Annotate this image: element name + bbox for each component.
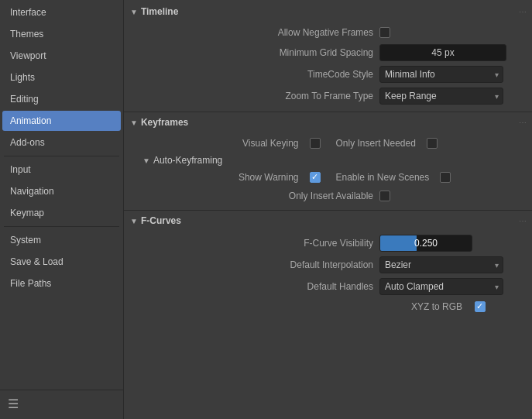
prop-row-default-interpolation: Default Interpolation Bezier Linear Cons… <box>124 254 532 276</box>
subsection-auto-keyframing[interactable]: ▼ Auto-Keyframing <box>124 153 532 168</box>
section-body-keyframes: Visual Keying Only Insert Needed ▼ Auto-… <box>124 131 532 208</box>
sidebar-separator-2 <box>4 226 119 227</box>
handles-dropdown[interactable]: Auto Clamped Auto Vector Aligned Free <box>379 278 503 295</box>
fcurve-visibility-value: 0.250 <box>414 238 438 249</box>
section-body-timeline: Allow Negative Frames Minimum Grid Spaci… <box>124 20 532 110</box>
section-header-timeline[interactable]: ▼ Timeline ⋯ <box>124 3 532 20</box>
zoom-frame-dropdown[interactable]: Keep Range Fit Fit Visible <box>379 88 503 105</box>
section-header-keyframes[interactable]: ▼ Keyframes ⋯ <box>124 114 532 131</box>
only-insert-needed-label: Only Insert Needed <box>336 138 422 149</box>
divider-2 <box>124 210 532 211</box>
timecode-dropdown-wrapper: Minimal Info SMPTE (Full) SMPTE (Compact… <box>379 66 503 83</box>
menu-icon[interactable]: ☰ <box>8 397 19 410</box>
visual-keying-checkbox[interactable] <box>310 138 321 149</box>
sidebar-item-keymap[interactable]: Keymap <box>2 203 121 223</box>
only-insert-available-label: Only Insert Available <box>132 191 379 201</box>
timecode-label: TimeCode Style <box>132 69 379 80</box>
main-content: ▼ Timeline ⋯ Allow Negative Frames Minim… <box>124 0 532 419</box>
sidebar-item-lights[interactable]: Lights <box>2 67 121 88</box>
section-options-fcurves[interactable]: ⋯ <box>519 217 526 225</box>
prop-row-only-insert-available: Only Insert Available <box>124 187 532 205</box>
zoom-frame-dropdown-wrapper: Keep Range Fit Fit Visible <box>379 88 503 105</box>
sidebar-item-themes[interactable]: Themes <box>2 24 121 44</box>
prop-row-xyz-rgb: XYZ to RGB <box>124 297 532 316</box>
handles-dropdown-wrapper: Auto Clamped Auto Vector Aligned Free <box>379 278 503 295</box>
sidebar-item-save-load[interactable]: Save & Load <box>2 252 121 272</box>
enable-new-scenes-checkbox[interactable] <box>440 172 451 183</box>
prop-row-grid-spacing: Minimum Grid Spacing <box>124 42 532 64</box>
section-options-keyframes[interactable]: ⋯ <box>519 118 526 127</box>
sidebar-item-input[interactable]: Input <box>2 160 121 180</box>
section-fcurves: ▼ F-Curves ⋯ F-Curve Visibility 0.250 <box>124 212 532 319</box>
show-warning-checkbox[interactable] <box>310 172 321 183</box>
section-label-fcurves: F-Curves <box>141 215 181 226</box>
sidebar-footer: ☰ <box>0 390 123 417</box>
prop-row-allow-negative: Allow Negative Frames <box>124 23 532 42</box>
allow-negative-label: Allow Negative Frames <box>132 27 379 38</box>
section-label-keyframes: Keyframes <box>141 117 188 128</box>
xyz-rgb-checkbox[interactable] <box>475 301 486 312</box>
sidebar-item-viewport[interactable]: Viewport <box>2 46 121 66</box>
sidebar: Interface Themes Viewport Lights Editing… <box>0 0 124 419</box>
xyz-rgb-label: XYZ to RGB <box>411 301 469 312</box>
prop-row-timecode: TimeCode Style Minimal Info SMPTE (Full)… <box>124 64 532 85</box>
sidebar-item-navigation[interactable]: Navigation <box>2 181 121 201</box>
fcurve-visibility-label: F-Curve Visibility <box>132 238 379 249</box>
sidebar-item-file-paths[interactable]: File Paths <box>2 273 121 294</box>
only-insert-available-checkbox[interactable] <box>379 191 390 201</box>
prop-row-default-handles: Default Handles Auto Clamped Auto Vector… <box>124 276 532 297</box>
sidebar-item-system[interactable]: System <box>2 230 121 250</box>
triangle-icon-timeline: ▼ <box>130 8 138 16</box>
triangle-icon-keyframes: ▼ <box>130 118 138 127</box>
section-body-fcurves: F-Curve Visibility 0.250 Default Interpo… <box>124 229 532 319</box>
sidebar-item-interface[interactable]: Interface <box>2 2 121 22</box>
timecode-dropdown[interactable]: Minimal Info SMPTE (Full) SMPTE (Compact… <box>379 66 503 83</box>
grid-spacing-input[interactable] <box>379 44 506 61</box>
section-options-timeline[interactable]: ⋯ <box>519 8 526 16</box>
triangle-icon-auto-keyframing: ▼ <box>142 156 150 165</box>
prop-row-show-warning: Show Warning Enable in New Scenes <box>124 168 532 187</box>
sidebar-item-editing[interactable]: Editing <box>2 89 121 109</box>
default-interpolation-label: Default Interpolation <box>132 259 379 270</box>
sidebar-item-addons[interactable]: Add-ons <box>2 132 121 153</box>
sidebar-item-animation[interactable]: Animation <box>2 111 121 131</box>
zoom-frame-label: Zoom To Frame Type <box>132 91 379 101</box>
auto-keyframing-label: Auto-Keyframing <box>153 155 222 166</box>
section-keyframes: ▼ Keyframes ⋯ Visual Keying Only Insert … <box>124 114 532 208</box>
enable-new-scenes-label: Enable in New Scenes <box>336 172 436 183</box>
default-handles-label: Default Handles <box>132 281 379 292</box>
divider-1 <box>124 112 532 112</box>
show-warning-label: Show Warning <box>239 172 305 183</box>
only-insert-needed-checkbox[interactable] <box>427 138 438 149</box>
prop-row-visual-keying: Visual Keying Only Insert Needed <box>124 134 532 153</box>
allow-negative-checkbox[interactable] <box>379 27 390 38</box>
fcurve-visibility-slider[interactable]: 0.250 <box>379 235 472 252</box>
grid-spacing-label: Minimum Grid Spacing <box>132 47 379 58</box>
section-header-fcurves[interactable]: ▼ F-Curves ⋯ <box>124 212 532 229</box>
prop-row-fcurve-visibility: F-Curve Visibility 0.250 <box>124 232 532 254</box>
sidebar-separator-1 <box>4 156 119 156</box>
interpolation-dropdown-wrapper: Bezier Linear Constant Back Bounce <box>379 256 503 273</box>
section-label-timeline: Timeline <box>141 6 178 17</box>
interpolation-dropdown[interactable]: Bezier Linear Constant Back Bounce <box>379 256 503 273</box>
triangle-icon-fcurves: ▼ <box>130 217 138 225</box>
section-timeline: ▼ Timeline ⋯ Allow Negative Frames Minim… <box>124 3 532 110</box>
visual-keying-label: Visual Keying <box>242 138 305 149</box>
prop-row-zoom-frame: Zoom To Frame Type Keep Range Fit Fit Vi… <box>124 85 532 107</box>
